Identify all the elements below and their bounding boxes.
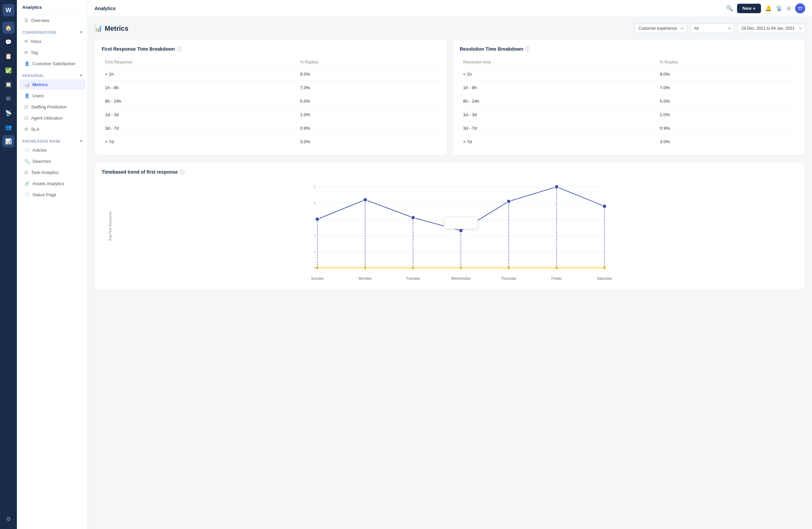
table-row: < 1h9.0%	[102, 68, 440, 81]
time-cell: 8h - 24h	[460, 95, 656, 108]
table-row: 3d - 7d0.9%	[102, 121, 440, 135]
rail-reports[interactable]: 🏛	[2, 92, 15, 105]
sidebar-item-inbox[interactable]: ✉ Inbox	[19, 36, 85, 47]
percent-cell: 3.0%	[656, 135, 798, 149]
chart-info-icon[interactable]: i	[180, 170, 185, 174]
percent-cell: 0.9%	[656, 121, 798, 135]
sidebar-item-metrics[interactable]: 📊 Metrics	[19, 80, 85, 90]
overview-icon: ☰	[24, 18, 28, 23]
new-button[interactable]: New +	[737, 4, 761, 13]
chart-title: Timebased trend of first response i	[102, 169, 798, 175]
percent-cell: 7.0%	[296, 81, 440, 95]
table-row: > 7d3.0%	[460, 135, 798, 149]
rail-conversations[interactable]: 💬	[2, 36, 15, 48]
breakdown-cards: First Response Time Breakdown i First Re…	[95, 39, 805, 155]
svg-text:1: 1	[314, 250, 316, 254]
resolution-time-info-icon[interactable]: i	[525, 47, 530, 51]
notification-icon[interactable]: 🔔	[765, 5, 772, 12]
metrics-page-icon: 📊	[95, 25, 102, 32]
sidebar-item-tag[interactable]: ✉ Tag	[19, 47, 85, 58]
articles-icon: 📄	[24, 148, 30, 153]
left-rail: W 🏠 💬 📋 ✅ 🔲 🏛 📡 👥 📊 ⚙	[0, 0, 17, 529]
grid-icon[interactable]: ⊞	[787, 5, 791, 12]
table-row: 1h - 8h7.0%	[102, 81, 440, 95]
rail-settings[interactable]: ⚙	[2, 513, 15, 525]
svg-text:2: 2	[314, 234, 316, 238]
trend-chart-svg: 012345SundayMondayTuesdayWednesdayThursd…	[120, 180, 798, 281]
percent-cell: 7.0%	[656, 81, 798, 95]
rail-contacts[interactable]: 📋	[2, 50, 15, 62]
col-percent-replies-1: % Replies	[296, 57, 440, 68]
rail-home[interactable]: 🏠	[2, 22, 15, 34]
inbox-icon: ✉	[24, 39, 28, 44]
svg-text:Sunday: Sunday	[311, 276, 324, 281]
chevron-down-icon: ▾	[80, 30, 83, 34]
topbar-title: Analytics	[95, 6, 116, 11]
table-row: 1d - 3d1.0%	[460, 108, 798, 121]
table-row: 1h - 8h7.0%	[460, 81, 798, 95]
sidebar-item-searches[interactable]: 🔍 Searches	[19, 156, 85, 167]
time-cell: 1d - 3d	[102, 108, 296, 121]
svg-point-29	[459, 229, 463, 233]
sidebar-title: Analytics	[17, 0, 87, 15]
customer-icon: 👤	[24, 61, 30, 66]
svg-point-32	[603, 204, 607, 209]
status-icon: 📄	[24, 192, 30, 197]
svg-text:Wednesday: Wednesday	[451, 276, 471, 281]
table-row: < 1h9.0%	[460, 68, 798, 81]
sidebar-section-knowledge-base[interactable]: Knowledge Base ▾	[17, 135, 87, 145]
sidebar-section-conversations[interactable]: Conversations ▾	[17, 26, 87, 36]
time-cell: < 1h	[460, 68, 656, 81]
resolution-time-title: Resolution Time Breakdown i	[460, 46, 798, 52]
first-response-info-icon[interactable]: i	[177, 47, 182, 51]
first-response-card: First Response Time Breakdown i First Re…	[95, 39, 447, 155]
plus-icon: +	[753, 6, 756, 11]
sidebar-item-sla[interactable]: ⚙ SLA	[19, 124, 85, 134]
rail-analytics[interactable]: 📊	[2, 135, 15, 147]
sidebar-item-agent-utilization[interactable]: ☑ Agent Utilization	[19, 113, 85, 123]
sidebar-item-status-page[interactable]: 📄 Status Page	[19, 189, 85, 200]
sidebar-item-assets-analytics[interactable]: 🔗 Assets Analytics	[19, 178, 85, 189]
sidebar-item-users[interactable]: 👤 Users	[19, 90, 85, 101]
time-cell: < 1h	[102, 68, 296, 81]
col-first-response: First Response	[102, 57, 296, 68]
svg-point-26	[316, 217, 320, 221]
svg-point-28	[411, 215, 415, 219]
sidebar-item-articles[interactable]: 📄 Articles	[19, 145, 85, 155]
sidebar-section-personal[interactable]: Personal ▾	[17, 69, 87, 79]
user-avatar[interactable]: TT	[795, 3, 805, 14]
main-container: Analytics 🔍 New + 🔔 📡 ⊞ TT 📊 Metrics Cus…	[88, 0, 812, 529]
search-icon[interactable]: 🔍	[726, 5, 733, 12]
date-range-filter[interactable]: 29 Dec, 2021 to 04 Jan, 2021	[738, 24, 805, 33]
sidebar-item-overview[interactable]: ☰ Overview	[19, 15, 85, 26]
col-percent-replies-2: % Replies	[656, 57, 798, 68]
rail-tasks[interactable]: ✅	[2, 64, 15, 76]
percent-cell: 1.0%	[656, 108, 798, 121]
svg-rect-40	[444, 217, 478, 229]
resolution-time-card: Resolution Time Breakdown i Resolution t…	[453, 39, 805, 155]
broadcast-icon[interactable]: 📡	[776, 5, 783, 12]
chevron-down-kb-icon: ▾	[80, 139, 83, 143]
percent-cell: 9.0%	[656, 68, 798, 81]
agent-icon: ☑	[24, 116, 28, 120]
time-cell: > 7d	[460, 135, 656, 149]
sidebar-item-customer-satisfaction[interactable]: 👤 Customer Satisfaction	[19, 58, 85, 69]
time-cell: 3d - 7d	[102, 121, 296, 135]
sidebar-item-task-analytics[interactable]: ☑ Task Analytics	[19, 167, 85, 178]
app-logo[interactable]: W	[2, 4, 15, 16]
resolution-time-table: Resolution time % Replies < 1h9.0%1h - 8…	[460, 57, 798, 148]
percent-cell: 0.9%	[296, 121, 440, 135]
all-filter[interactable]: AllAgent 1Agent 2	[691, 24, 734, 33]
metrics-icon: 📊	[24, 82, 30, 87]
svg-text:Saturday: Saturday	[597, 276, 612, 281]
experience-filter[interactable]: Customer experienceTechnical supportBill…	[635, 24, 687, 33]
rail-layers[interactable]: 🔲	[2, 78, 15, 90]
topbar: Analytics 🔍 New + 🔔 📡 ⊞ TT	[88, 0, 812, 17]
page-title: 📊 Metrics	[95, 25, 128, 32]
rail-people[interactable]: 👥	[2, 121, 15, 133]
sidebar-item-staffing-prediction[interactable]: ☑ Staffing Prediction	[19, 102, 85, 112]
rail-wifi[interactable]: 📡	[2, 107, 15, 119]
table-row: 8h - 24h5.0%	[102, 95, 440, 108]
chevron-down-personal-icon: ▾	[80, 73, 83, 78]
time-cell: 1h - 8h	[102, 81, 296, 95]
